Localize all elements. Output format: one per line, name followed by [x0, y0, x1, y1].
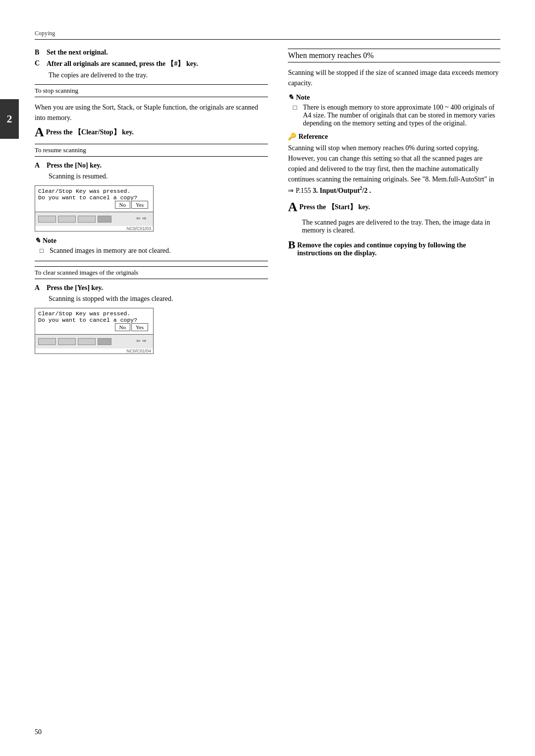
right-note-item: □ There is enough memory to store approx…	[293, 104, 500, 127]
right-note-checkbox: □	[293, 104, 300, 112]
step-c-indent: The copies are delivered to the tray.	[49, 71, 268, 79]
note-1-item: □ Scanned images in memory are not clear…	[40, 247, 268, 255]
reference-block: 🔑 Reference Scanning will stop when memo…	[288, 132, 500, 196]
right-note-label: Note	[296, 94, 310, 102]
reference-body: Scanning will stop when memory reaches 0…	[288, 143, 500, 196]
step-a-yes-text: Press the [Yes] key.	[47, 284, 103, 292]
panel-1: Clear/Stop Key was pressed. Do you want …	[35, 185, 154, 232]
step-a-yes: A Press the [Yes] key.	[35, 284, 268, 292]
panel-2-nav-right: ⇨	[142, 337, 146, 345]
step-b-label: B	[35, 49, 45, 57]
note-1-label: Note	[43, 237, 56, 245]
panel-2-btn-1	[38, 338, 56, 345]
to-clear-heading: To clear scanned images of the originals	[35, 266, 268, 279]
resume-step-a-indent: Scanning is resumed.	[49, 173, 268, 180]
note-1-title: ✎ Note	[35, 236, 268, 245]
right-note-title: ✎ Note	[288, 93, 500, 102]
when-memory-heading: When memory reaches 0%	[288, 49, 500, 62]
step-a-start-letter: A	[288, 201, 297, 214]
panel-1-code: NC0/C01/03	[35, 226, 153, 231]
to-stop-scanning-label: To stop scanning	[35, 87, 78, 94]
panel-2-btn-4	[98, 338, 111, 345]
panel-btn-3	[78, 216, 96, 223]
step-a-yes-indent: Scanning is stopped with the images clea…	[49, 295, 268, 303]
step-c-text: After all originals are scanned, press t…	[47, 59, 198, 68]
reference-subscript: /2	[362, 187, 368, 194]
step-c-indent-text: The copies are delivered to the tray.	[49, 71, 148, 79]
panel-2-nav: ⇦ ⇨	[136, 337, 150, 347]
step-a-start: A Press the 【Start】 key.	[288, 201, 500, 214]
note-1-text: Scanned images in memory are not cleared…	[50, 247, 171, 255]
right-note-text: There is enough memory to store approxim…	[303, 104, 500, 127]
step-a-clear-text: Press the 【Clear/Stop】 key.	[46, 126, 134, 137]
right-column: When memory reaches 0% Scanning will be …	[288, 49, 500, 358]
step-b-right: B Remove the copies and continue copying…	[288, 239, 500, 257]
nav-right-arrow: ⇨	[142, 214, 146, 222]
panel-1-line2: Do you want to cancel a copy?	[38, 194, 150, 201]
note-icon-1: ✎	[35, 236, 41, 245]
step-a-yes-indent-text: Scanning is stopped with the images clea…	[49, 295, 173, 302]
to-resume-scanning-label: To resume scanning	[35, 146, 86, 154]
right-body1: Scanning will be stopped if the size of …	[288, 67, 500, 88]
chapter-number: 2	[7, 113, 12, 125]
step-b-right-text: Remove the copies and continue copying b…	[297, 239, 500, 257]
chapter-tab: 2	[0, 99, 19, 139]
panel-1-line1: Clear/Stop Key was pressed.	[38, 188, 150, 194]
step-a-yes-label: A	[35, 284, 45, 292]
right-note: ✎ Note □ There is enough memory to store…	[288, 93, 500, 127]
page-number: 50	[35, 728, 42, 736]
step-a-start-indent: The scanned pages are delivered to the t…	[302, 219, 500, 234]
panel-btn-2	[58, 216, 76, 223]
page: 2 Copying B Set the next original. C Aft…	[0, 0, 535, 756]
panel-1-screen: Clear/Stop Key was pressed. Do you want …	[35, 186, 153, 212]
section-divider	[35, 261, 268, 261]
step-a-start-indent-text: The scanned pages are delivered to the t…	[302, 219, 490, 234]
panel-1-nav: ⇦ ⇨	[136, 214, 150, 224]
panel-1-dialog-row: No Yes	[38, 201, 150, 210]
panel-2-dialog-row: No Yes	[38, 323, 150, 332]
panel-btn-4	[98, 216, 111, 223]
panel-2-nav-left: ⇦	[136, 337, 140, 345]
reference-title: 🔑 Reference	[288, 132, 500, 141]
step-c: C After all originals are scanned, press…	[35, 59, 268, 68]
left-column: B Set the next original. C After all ori…	[35, 49, 268, 358]
nav-left-arrow: ⇦	[136, 214, 140, 222]
panel-btn-1	[38, 216, 56, 223]
resume-indent-text: Scanning is resumed.	[49, 173, 107, 180]
note-1-checkbox: □	[40, 247, 47, 255]
to-clear-heading-text: To clear scanned images of the originals	[35, 269, 138, 276]
step-b-right-letter: B	[288, 239, 295, 250]
resume-step-a-label: A	[35, 162, 45, 170]
step-a-clear-letter: A	[35, 126, 44, 139]
panel-2-buttons: ⇦ ⇨	[35, 335, 153, 349]
panel-2: Clear/Stop Key was pressed. Do you want …	[35, 308, 154, 354]
page-header: Copying	[35, 30, 500, 40]
panel-2-screen: Clear/Stop Key was pressed. Do you want …	[35, 308, 153, 335]
to-stop-scanning-body: When you are using the Sort, Stack, or S…	[35, 102, 268, 123]
step-a-start-text: Press the 【Start】 key.	[299, 201, 370, 212]
resume-step-a-text: Press the [No] key.	[47, 162, 102, 170]
panel-1-no-btn[interactable]: No	[115, 201, 130, 209]
resume-step-a: A Press the [No] key.	[35, 162, 268, 170]
note-1: ✎ Note □ Scanned images in memory are no…	[35, 236, 268, 255]
panel-2-btn-2	[58, 338, 76, 345]
page-number-text: 50	[35, 728, 42, 736]
main-content: B Set the next original. C After all ori…	[35, 49, 500, 358]
panel-2-line2: Do you want to cancel a copy?	[38, 317, 150, 323]
panel-2-line1: Clear/Stop Key was pressed.	[38, 310, 150, 317]
step-a-clear: A Press the 【Clear/Stop】 key.	[35, 126, 268, 139]
to-resume-scanning-heading: To resume scanning	[35, 144, 268, 157]
reference-key-icon: 🔑	[288, 132, 296, 141]
panel-2-no-btn[interactable]: No	[115, 323, 130, 331]
panel-2-yes-btn[interactable]: Yes	[131, 323, 148, 331]
reference-bold-end: 3. Input/Output2/2 .	[313, 187, 371, 194]
panel-1-buttons: ⇦ ⇨	[35, 212, 153, 226]
reference-label: Reference	[298, 133, 328, 141]
right-note-icon: ✎	[288, 93, 294, 102]
panel-1-yes-btn[interactable]: Yes	[131, 201, 148, 209]
step-b: B Set the next original.	[35, 49, 268, 57]
step-c-label: C	[35, 59, 45, 67]
when-memory-heading-text: When memory reaches 0%	[288, 51, 374, 59]
panel-2-btn-3	[78, 338, 96, 345]
panel-2-code: NC0/C01/04	[35, 349, 153, 353]
